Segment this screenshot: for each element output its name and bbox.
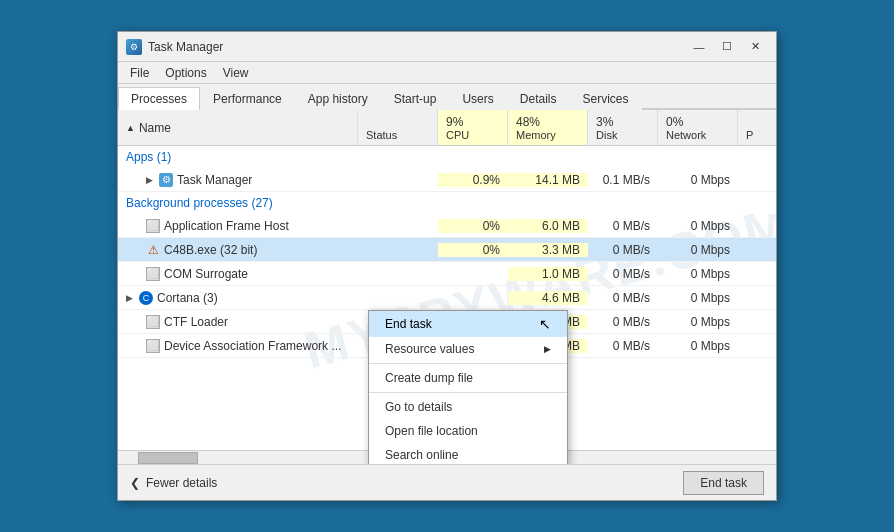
- process-icon: ⬜: [146, 267, 160, 281]
- footer: ❮ Fewer details End task: [118, 464, 776, 500]
- process-disk: 0 MB/s: [588, 291, 658, 305]
- process-disk: 0 MB/s: [588, 339, 658, 353]
- process-icon: ⚠: [146, 243, 160, 257]
- tab-users[interactable]: Users: [449, 87, 506, 110]
- window-title: Task Manager: [148, 40, 686, 54]
- col-header-disk[interactable]: 3% Disk: [588, 110, 658, 145]
- process-name: ⬜ Application Frame Host: [118, 219, 358, 233]
- menu-options[interactable]: Options: [157, 64, 214, 82]
- process-cpu: 0%: [438, 243, 508, 257]
- process-icon: ⬜: [146, 339, 160, 353]
- ctx-resource-values[interactable]: Resource values ▶: [369, 337, 567, 361]
- tab-performance[interactable]: Performance: [200, 87, 295, 110]
- process-cpu: 0.9%: [438, 173, 508, 187]
- title-bar: ⚙ Task Manager — ☐ ✕: [118, 32, 776, 62]
- table-row[interactable]: ▶ C Cortana (3) 4.6 MB 0 MB/s 0 Mbps: [118, 286, 776, 310]
- process-memory: 4.6 MB: [508, 291, 588, 305]
- process-network: 0 Mbps: [658, 315, 738, 329]
- process-memory: 3.3 MB: [508, 243, 588, 257]
- process-name: ▶ ⚙ Task Manager: [118, 173, 358, 187]
- tab-processes[interactable]: Processes: [118, 87, 200, 110]
- ctx-go-to-details[interactable]: Go to details: [369, 395, 567, 419]
- col-header-network[interactable]: 0% Network: [658, 110, 738, 145]
- process-network: 0 Mbps: [658, 173, 738, 187]
- col-header-memory[interactable]: 48% Memory: [508, 110, 588, 145]
- table-row[interactable]: ⬜ Application Frame Host 0% 6.0 MB 0 MB/…: [118, 214, 776, 238]
- fewer-details-button[interactable]: ❮ Fewer details: [130, 476, 217, 490]
- end-task-button[interactable]: End task: [683, 471, 764, 495]
- col-header-status[interactable]: Status: [358, 110, 438, 145]
- process-icon: C: [139, 291, 153, 305]
- maximize-button[interactable]: ☐: [714, 37, 740, 57]
- apps-section-header: Apps (1): [118, 146, 776, 168]
- process-memory: 14.1 MB: [508, 173, 588, 187]
- content-area: MYSPYWARE.COM ▲ Name Status 9% CPU 48% M…: [118, 110, 776, 464]
- menu-file[interactable]: File: [122, 64, 157, 82]
- process-disk: 0 MB/s: [588, 219, 658, 233]
- ctx-create-dump[interactable]: Create dump file: [369, 366, 567, 390]
- ctx-open-file-location[interactable]: Open file location: [369, 419, 567, 443]
- submenu-arrow-icon: ▶: [544, 344, 551, 354]
- process-disk: 0 MB/s: [588, 315, 658, 329]
- process-memory: 6.0 MB: [508, 219, 588, 233]
- process-icon: ⬜: [146, 219, 160, 233]
- task-manager-window: ⚙ Task Manager — ☐ ✕ File Options View P…: [117, 31, 777, 501]
- expand-arrow-icon[interactable]: ▶: [146, 175, 153, 185]
- ctx-separator-1: [369, 363, 567, 364]
- ctx-end-task[interactable]: End task ↖: [369, 311, 567, 337]
- window-controls: — ☐ ✕: [686, 37, 768, 57]
- col-header-power[interactable]: P: [738, 110, 776, 145]
- tabs-bar: Processes Performance App history Start-…: [118, 84, 776, 110]
- col-header-name[interactable]: ▲ Name: [118, 110, 358, 145]
- chevron-down-icon: ❮: [130, 476, 140, 490]
- bg-section-header: Background processes (27): [118, 192, 776, 214]
- table-row[interactable]: ▶ ⚙ Task Manager 0.9% 14.1 MB 0.1 MB/s 0…: [118, 168, 776, 192]
- context-menu: End task ↖ Resource values ▶ Create dump…: [368, 310, 568, 464]
- process-network: 0 Mbps: [658, 219, 738, 233]
- minimize-button[interactable]: —: [686, 37, 712, 57]
- tab-services[interactable]: Services: [569, 87, 641, 110]
- process-network: 0 Mbps: [658, 291, 738, 305]
- process-name: ▶ C Cortana (3): [118, 291, 358, 305]
- cursor-icon: ↖: [539, 316, 551, 332]
- ctx-separator-2: [369, 392, 567, 393]
- process-disk: 0 MB/s: [588, 243, 658, 257]
- process-memory: 1.0 MB: [508, 267, 588, 281]
- ctx-search-online[interactable]: Search online: [369, 443, 567, 464]
- process-disk: 0.1 MB/s: [588, 173, 658, 187]
- tab-app-history[interactable]: App history: [295, 87, 381, 110]
- process-name: ⬜ Device Association Framework ...: [118, 339, 358, 353]
- sort-up-arrow: ▲: [126, 123, 135, 133]
- tab-details[interactable]: Details: [507, 87, 570, 110]
- app-icon: ⚙: [126, 39, 142, 55]
- process-icon: ⬜: [146, 315, 160, 329]
- horiz-scrollbar-thumb[interactable]: [138, 452, 198, 464]
- process-network: 0 Mbps: [658, 267, 738, 281]
- menu-bar: File Options View: [118, 62, 776, 84]
- table-row[interactable]: ⚠ C48B.exe (32 bit) 0% 3.3 MB 0 MB/s 0 M…: [118, 238, 776, 262]
- expand-arrow-icon[interactable]: ▶: [126, 293, 133, 303]
- process-cpu: 0%: [438, 219, 508, 233]
- process-icon: ⚙: [159, 173, 173, 187]
- menu-view[interactable]: View: [215, 64, 257, 82]
- process-name: ⚠ C48B.exe (32 bit): [118, 243, 358, 257]
- table-row[interactable]: ⬜ COM Surrogate 1.0 MB 0 MB/s 0 Mbps: [118, 262, 776, 286]
- tab-startup[interactable]: Start-up: [381, 87, 450, 110]
- process-network: 0 Mbps: [658, 339, 738, 353]
- col-header-cpu[interactable]: 9% CPU: [438, 110, 508, 145]
- table-header: ▲ Name Status 9% CPU 48% Memory 3% Disk …: [118, 110, 776, 146]
- process-network: 0 Mbps: [658, 243, 738, 257]
- process-name: ⬜ CTF Loader: [118, 315, 358, 329]
- process-name: ⬜ COM Surrogate: [118, 267, 358, 281]
- process-disk: 0 MB/s: [588, 267, 658, 281]
- close-button[interactable]: ✕: [742, 37, 768, 57]
